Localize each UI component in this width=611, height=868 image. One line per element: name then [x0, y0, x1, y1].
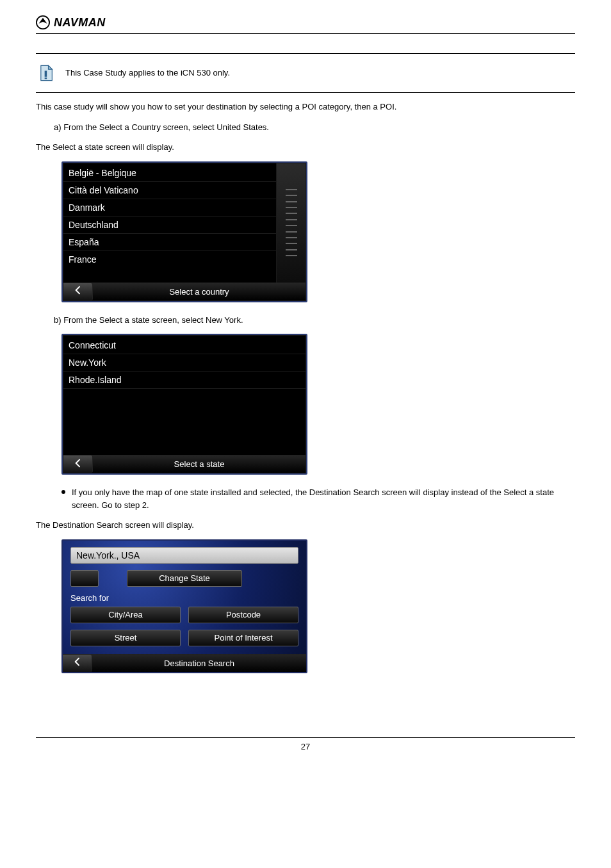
change-state-button[interactable]: Change State	[127, 570, 242, 587]
street-button[interactable]: Street	[70, 630, 181, 646]
list-item[interactable]: France	[63, 251, 276, 268]
note-text: This Case Study applies to the iCN 530 o…	[65, 63, 230, 79]
chevron-left-icon	[73, 458, 83, 471]
country-list: België - Belgique Città del Vaticano Dan…	[63, 163, 276, 283]
back-button[interactable]	[63, 655, 92, 672]
country-flag-button[interactable]	[70, 570, 99, 587]
note-page-icon	[36, 63, 56, 83]
screen-title: Select a country	[93, 283, 306, 300]
scrollbar[interactable]	[276, 163, 306, 283]
destination-search-screen: New.York., USA Change State Search for C…	[61, 539, 307, 673]
list-item[interactable]: New.York	[63, 354, 306, 372]
screen-title: Destination Search	[92, 655, 306, 672]
svg-rect-2	[45, 78, 47, 79]
back-button[interactable]	[63, 455, 93, 473]
back-button[interactable]	[63, 283, 93, 300]
select-state-screen: Connecticut New.York Rhode.Island Select…	[61, 334, 307, 475]
step-b: b) From the Select a state screen, selec…	[54, 314, 575, 327]
scroll-scrubber-icon	[286, 184, 297, 261]
state-lead: The Select a state screen will display.	[36, 141, 575, 154]
brand-header: NAVMAN	[36, 15, 575, 34]
intro-paragraph: This case study will show you how to set…	[36, 101, 575, 113]
note-block: This Case Study applies to the iCN 530 o…	[36, 54, 575, 92]
postcode-button[interactable]: Postcode	[188, 607, 298, 623]
bullet-item: If you only have the map of one state in…	[61, 486, 575, 511]
list-item[interactable]: España	[63, 234, 276, 251]
bullet-text: If you only have the map of one state in…	[72, 486, 575, 511]
navman-logo-icon	[36, 15, 50, 29]
svg-rect-1	[45, 71, 47, 77]
state-list: Connecticut New.York Rhode.Island	[63, 336, 306, 455]
list-item[interactable]: Città del Vaticano	[63, 182, 276, 199]
screen-title: Select a state	[93, 455, 306, 473]
select-country-screen: België - Belgique Città del Vaticano Dan…	[61, 161, 307, 302]
brand-name: NAVMAN	[54, 16, 106, 29]
dest-lead: The Destination Search screen will displ…	[36, 519, 575, 532]
chevron-left-icon	[72, 657, 83, 669]
poi-button[interactable]: Point of Interest	[188, 630, 298, 646]
location-bar: New.York., USA	[70, 547, 298, 564]
list-item[interactable]: België - Belgique	[63, 165, 276, 182]
chevron-left-icon	[73, 285, 83, 298]
step-a: a) From the Select a Country screen, sel…	[54, 121, 575, 134]
bullet-icon	[61, 490, 65, 494]
page-number: 27	[36, 738, 575, 759]
search-for-label: Search for	[70, 593, 298, 603]
list-item[interactable]: Danmark	[63, 199, 276, 217]
list-item[interactable]: Connecticut	[63, 337, 306, 354]
list-item[interactable]: Deutschland	[63, 217, 276, 234]
list-item[interactable]: Rhode.Island	[63, 372, 306, 389]
divider	[36, 92, 575, 93]
city-area-button[interactable]: City/Area	[70, 607, 181, 623]
